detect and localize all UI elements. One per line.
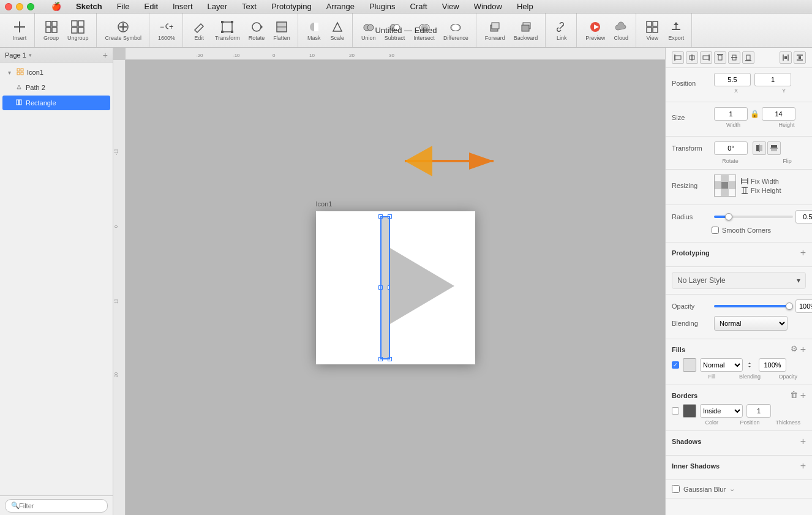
- export-button[interactable]: Export: [664, 18, 688, 43]
- scale-button[interactable]: Scale: [326, 18, 348, 43]
- handle-tl[interactable]: [378, 214, 383, 219]
- intersect-label: Intersect: [413, 35, 435, 41]
- link-button[interactable]: Link: [551, 18, 573, 43]
- minimize-button[interactable]: [16, 3, 23, 10]
- mask-button[interactable]: Mask: [303, 18, 325, 43]
- transform-button[interactable]: Transform: [211, 18, 244, 43]
- rotate-input[interactable]: [714, 141, 748, 155]
- preview-button[interactable]: Preview: [582, 18, 609, 43]
- insert-button[interactable]: Insert: [9, 18, 31, 43]
- layer-item-rectangle[interactable]: Rectangle: [2, 96, 110, 110]
- group-button[interactable]: Group: [40, 18, 62, 43]
- no-layer-style-dropdown[interactable]: No Layer Style ▾: [672, 272, 806, 289]
- menu-arrange[interactable]: Arrange: [324, 2, 357, 11]
- position-x-input[interactable]: [714, 73, 751, 86]
- fills-settings-button[interactable]: ⚙: [791, 344, 798, 355]
- menu-layer[interactable]: Layer: [205, 2, 230, 11]
- position-y-input[interactable]: [754, 73, 791, 86]
- backward-button[interactable]: Backward: [510, 18, 542, 43]
- handle-br[interactable]: [388, 357, 392, 361]
- opacity-slider[interactable]: [714, 305, 793, 307]
- distribute-v-button[interactable]: [794, 51, 806, 64]
- border-color-swatch[interactable]: [683, 404, 696, 418]
- menu-sketch[interactable]: Sketch: [73, 2, 105, 11]
- layer-item-path2[interactable]: Path 2: [2, 80, 110, 95]
- borders-delete-button[interactable]: 🗑: [790, 390, 798, 401]
- menu-window[interactable]: Window: [472, 2, 505, 11]
- sidebar-add-page-button[interactable]: +: [103, 50, 108, 60]
- cloud-button[interactable]: Cloud: [610, 18, 632, 43]
- shadows-add-button[interactable]: +: [800, 436, 806, 447]
- fill-enabled-checkbox[interactable]: ✓: [672, 361, 679, 369]
- menu-insert[interactable]: Insert: [170, 2, 195, 11]
- fill-color-swatch[interactable]: [683, 358, 696, 372]
- inner-shadows-add-button[interactable]: +: [800, 460, 806, 472]
- rotate-button[interactable]: Rotate: [245, 18, 269, 43]
- align-left-button[interactable]: [672, 51, 684, 64]
- fix-height-label: Fix Height: [751, 187, 781, 194]
- export-label: Export: [668, 35, 684, 41]
- border-thickness-input[interactable]: [746, 404, 771, 418]
- svg-rect-69: [784, 56, 787, 59]
- fill-blend-stepper-icon[interactable]: [746, 361, 755, 369]
- view-button[interactable]: View: [641, 18, 663, 43]
- maximize-button[interactable]: [27, 3, 34, 10]
- layer-group-icon1[interactable]: ▾ Icon1: [0, 65, 113, 80]
- filter-input[interactable]: [5, 499, 108, 513]
- apple-menu[interactable]: 🍎: [49, 2, 64, 11]
- handle-ml[interactable]: [378, 285, 383, 290]
- page-dropdown[interactable]: Page 1: [5, 51, 26, 59]
- menu-prototyping[interactable]: Prototyping: [269, 2, 314, 11]
- menu-plugins[interactable]: Plugins: [367, 2, 398, 11]
- close-button[interactable]: [5, 3, 12, 10]
- menu-help[interactable]: Help: [514, 2, 536, 11]
- canvas-area[interactable]: -20 -10 0 10 20 30 -10 0 10 20 Icon1: [113, 48, 665, 515]
- size-height-input[interactable]: [762, 107, 795, 121]
- resizing-diagram[interactable]: [714, 175, 736, 197]
- menu-file[interactable]: File: [115, 2, 132, 11]
- flatten-button[interactable]: Flatten: [269, 18, 294, 43]
- size-width-input[interactable]: [714, 107, 748, 121]
- smooth-corners-checkbox[interactable]: [712, 227, 719, 234]
- border-position-select[interactable]: Inside Center Outside: [700, 404, 743, 418]
- borders-add-button[interactable]: +: [800, 390, 806, 401]
- view-icon: [645, 20, 659, 34]
- position-row: Position X Y: [672, 73, 806, 94]
- flip-h-button[interactable]: [753, 141, 766, 155]
- edit-button[interactable]: Edit: [188, 18, 210, 43]
- gaussian-blur-chevron[interactable]: ⌄: [729, 485, 735, 493]
- menu-text[interactable]: Text: [239, 2, 259, 11]
- blending-select[interactable]: Normal Multiply Screen: [714, 316, 788, 331]
- border-enabled-checkbox[interactable]: [672, 407, 679, 415]
- align-right-button[interactable]: [700, 51, 712, 64]
- opacity-input[interactable]: [795, 299, 812, 313]
- fill-blend-select[interactable]: Normal: [700, 358, 743, 372]
- menu-edit[interactable]: Edit: [142, 2, 160, 11]
- svg-rect-16: [221, 21, 224, 23]
- forward-button[interactable]: Forward: [481, 18, 509, 43]
- gaussian-blur-checkbox[interactable]: [672, 485, 680, 493]
- align-center-v-button[interactable]: [728, 51, 740, 64]
- menu-view[interactable]: View: [440, 2, 462, 11]
- fix-width-label: Fix Width: [751, 178, 779, 185]
- forward-icon: [488, 20, 502, 34]
- align-center-h-button[interactable]: [686, 51, 698, 64]
- distribute-h-button[interactable]: [780, 51, 792, 64]
- menu-craft[interactable]: Craft: [408, 2, 430, 11]
- create-symbol-button[interactable]: Create Symbol: [102, 18, 146, 43]
- ungroup-button[interactable]: Ungroup: [64, 18, 92, 43]
- difference-button[interactable]: Difference: [440, 18, 472, 43]
- zoom-out-button[interactable]: − + 1600%: [154, 18, 179, 43]
- handle-tr[interactable]: [388, 214, 392, 219]
- lock-icon[interactable]: 🔒: [750, 110, 759, 118]
- handle-bl[interactable]: [378, 357, 383, 361]
- prototyping-add-button[interactable]: +: [800, 247, 806, 258]
- flip-v-button[interactable]: [767, 141, 781, 155]
- align-top-button[interactable]: [714, 51, 726, 64]
- fills-add-button[interactable]: +: [800, 344, 806, 355]
- fill-opacity-input[interactable]: [759, 358, 786, 372]
- radius-slider[interactable]: [714, 216, 793, 218]
- radius-input[interactable]: [795, 210, 812, 224]
- position-label: Position: [672, 80, 712, 87]
- align-bottom-button[interactable]: [742, 51, 754, 64]
